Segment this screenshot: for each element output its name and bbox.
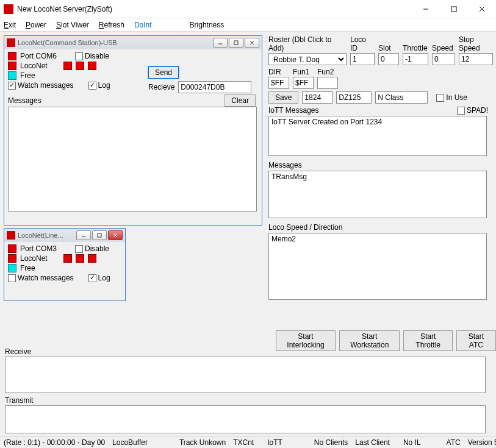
roster-val3-input[interactable] bbox=[375, 91, 428, 104]
led-free bbox=[8, 71, 16, 80]
mdi1-loconet-label: LocoNet bbox=[20, 62, 48, 70]
receive-textarea[interactable] bbox=[5, 357, 486, 393]
mdi2-close[interactable] bbox=[108, 230, 123, 240]
menu-doint[interactable]: DoInt bbox=[134, 21, 152, 29]
status-track: Track Unkown bbox=[176, 438, 229, 447]
status-rate: (Rate : 0:1) - 00:00:00 - Day 00 bbox=[0, 438, 109, 447]
status-txcnt: TXCnt bbox=[229, 438, 257, 447]
app-icon bbox=[4, 4, 13, 14]
roster-val2-input[interactable] bbox=[336, 91, 372, 104]
locoid-label: Loco ID bbox=[350, 35, 375, 52]
send-button[interactable]: Send bbox=[148, 66, 179, 79]
status-bar: (Rate : 0:1) - 00:00:00 - Day 00 LocoBuf… bbox=[0, 436, 496, 448]
close-button[interactable] bbox=[468, 0, 496, 18]
mdi2-title: LocoNet(Line... bbox=[18, 232, 76, 239]
status-locobuffer: LocoBuffer bbox=[109, 438, 151, 447]
mdi2-led-free bbox=[8, 264, 16, 272]
save-button[interactable]: Save bbox=[268, 91, 298, 104]
mdi2-led-a bbox=[63, 254, 72, 263]
iott-messages-label: IoTT Messages bbox=[268, 106, 318, 115]
locospeed-textarea[interactable]: Memo2 bbox=[268, 233, 487, 300]
mdi1-maximize[interactable] bbox=[229, 38, 243, 48]
menu-bar: Exit Power Slot Viwer Refresh DoInt Brig… bbox=[0, 18, 496, 32]
stop-speed-input[interactable] bbox=[459, 53, 493, 65]
svg-rect-5 bbox=[234, 41, 238, 44]
clear-button[interactable]: Clear bbox=[225, 94, 256, 107]
menu-brightness[interactable]: Brightness bbox=[190, 21, 225, 29]
throttle-input[interactable] bbox=[403, 53, 428, 65]
mdi2-icon bbox=[7, 231, 15, 240]
mdi2-minimize[interactable] bbox=[76, 230, 91, 240]
led-loconet bbox=[8, 62, 16, 70]
menu-slot-viewer[interactable]: Slot Viwer bbox=[56, 21, 89, 29]
recieve-input[interactable] bbox=[178, 81, 251, 93]
mdi1-messages-textarea[interactable] bbox=[8, 107, 257, 212]
status-atc: ATC bbox=[443, 438, 464, 447]
roster-select[interactable]: Robbie T. Dog bbox=[268, 53, 347, 65]
fun1-input[interactable] bbox=[293, 77, 314, 89]
window-title: New LocoNet Server(ZlySoft) bbox=[17, 5, 412, 13]
mdi1-close[interactable] bbox=[245, 38, 259, 48]
transmit-textarea[interactable] bbox=[5, 405, 486, 433]
slot-input[interactable] bbox=[378, 53, 399, 65]
speed-label: Speed bbox=[432, 44, 455, 52]
led-a bbox=[63, 62, 72, 70]
locoid-input[interactable] bbox=[350, 53, 375, 65]
recieve-label: Recieve bbox=[148, 83, 174, 91]
status-iott: IoTT bbox=[264, 438, 286, 447]
menu-power[interactable]: Power bbox=[26, 21, 46, 29]
spad-checkbox[interactable]: SPAD! bbox=[457, 106, 488, 115]
dir-input[interactable] bbox=[268, 77, 289, 89]
fun2-input[interactable] bbox=[317, 77, 338, 89]
mdi1-title: LocoNet(Command Station)-USB bbox=[18, 39, 213, 46]
led-b bbox=[76, 62, 84, 70]
mdi2-led-b bbox=[76, 254, 84, 263]
receive-label: Receive bbox=[5, 347, 486, 356]
minimize-button[interactable] bbox=[412, 0, 440, 18]
roster-label: Roster (Dbl Click to Add) bbox=[268, 35, 347, 52]
fun1-label: Fun1 bbox=[293, 68, 314, 76]
locospeed-label: Loco Speed / Direction bbox=[268, 223, 342, 232]
dir-label: DIR bbox=[268, 68, 289, 76]
throttle-label: Throttle bbox=[403, 44, 428, 52]
led-c bbox=[88, 62, 96, 70]
slot-label: Slot bbox=[378, 44, 399, 52]
mdi1-port-label: Port COM6 bbox=[20, 52, 57, 60]
mdi2-led-port bbox=[8, 244, 16, 253]
maximize-button[interactable] bbox=[440, 0, 468, 18]
transmit-label: Transmit bbox=[5, 396, 486, 405]
mdi2-watch-messages-checkbox[interactable]: Watch messages bbox=[8, 274, 74, 282]
roster-val1-input[interactable] bbox=[302, 91, 332, 104]
speed-input[interactable] bbox=[432, 53, 455, 65]
stop-speed-label: Stop Speed bbox=[459, 35, 493, 52]
status-noil: No IL bbox=[400, 438, 425, 447]
mdi2-loconet-label: LocoNet bbox=[20, 254, 48, 263]
messages2-label: Messages bbox=[268, 161, 302, 169]
mdi1-minimize[interactable] bbox=[213, 38, 228, 48]
mdi1-log-checkbox[interactable]: Log bbox=[88, 81, 110, 90]
menu-exit[interactable]: Exit bbox=[4, 21, 16, 29]
mdi1-icon bbox=[7, 38, 15, 47]
mdi1-watch-messages-checkbox[interactable]: Watch messages bbox=[8, 81, 74, 90]
mdi2-disable-checkbox[interactable]: Disable bbox=[75, 244, 109, 253]
mdi1-free-label: Free bbox=[20, 71, 35, 80]
menu-refresh[interactable]: Refresh bbox=[99, 21, 124, 29]
mdi2-led-c bbox=[88, 254, 96, 263]
mdi2-port-label: Port COM3 bbox=[20, 244, 57, 253]
in-use-checkbox[interactable]: In Use bbox=[436, 93, 467, 102]
led-port bbox=[8, 52, 16, 60]
fun2-label: Fun2 bbox=[317, 68, 338, 76]
mdi2-maximize[interactable] bbox=[92, 230, 107, 240]
mdi2-free-label: Free bbox=[20, 264, 35, 272]
svg-rect-1 bbox=[451, 7, 456, 12]
iott-messages-textarea[interactable]: IoTT Server Created on Port 1234 bbox=[268, 116, 487, 156]
status-lastclient: Last Client bbox=[351, 438, 394, 447]
status-noclients: No Clients bbox=[311, 438, 351, 447]
status-version: Version 5.0.0.2 bbox=[464, 438, 496, 447]
messages2-textarea[interactable]: TRansMsg bbox=[268, 171, 487, 218]
svg-rect-9 bbox=[98, 233, 101, 237]
mdi2-led-loconet bbox=[8, 254, 16, 263]
mdi1-disable-checkbox[interactable]: Disable bbox=[75, 52, 109, 60]
mdi2-log-checkbox[interactable]: Log bbox=[88, 274, 110, 282]
mdi1-messages-label: Messages bbox=[8, 96, 41, 105]
